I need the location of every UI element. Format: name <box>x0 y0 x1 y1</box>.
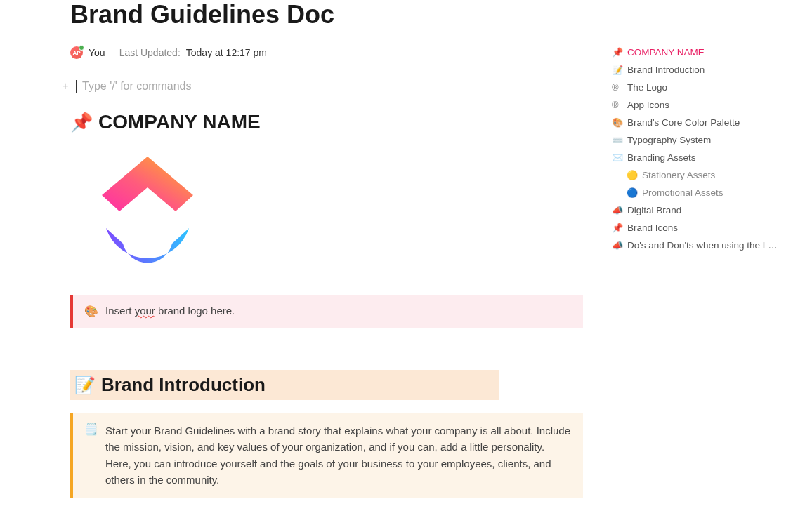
outline-item-1[interactable]: 📝Brand Introduction <box>612 61 801 79</box>
outline-item-label: Digital Brand <box>627 205 681 215</box>
outline-item-label: Brand Introduction <box>627 65 705 75</box>
outline-item-10[interactable]: 📌Brand Icons <box>612 219 801 237</box>
outline-item-6[interactable]: ✉️Branding Assets <box>612 149 801 166</box>
outline-item-icon: ✉️ <box>612 152 623 163</box>
main-content: Brand Guidelines Doc AP You Last Updated… <box>70 0 583 498</box>
outline-item-icon: ® <box>612 82 623 93</box>
logo-callout-text: Insert your brand logo here. <box>105 305 235 317</box>
outline-item-icon: 📌 <box>612 223 623 233</box>
author-avatar[interactable]: AP <box>70 46 83 59</box>
outline-item-9[interactable]: 📣Digital Brand <box>612 201 801 219</box>
outline-item-label: App Icons <box>627 100 669 110</box>
outline-item-icon: 📌 <box>612 47 623 58</box>
outline-item-label: Promotional Assets <box>642 187 723 198</box>
command-placeholder: Type '/' for commands <box>82 80 192 93</box>
outline-item-0[interactable]: 📌COMPANY NAME <box>612 44 801 61</box>
updated-time: Today at 12:17 pm <box>186 47 267 58</box>
outline-item-icon: 🔵 <box>627 187 638 198</box>
section-brand-intro-heading[interactable]: 📝 Brand Introduction <box>70 370 499 400</box>
outline-item-label: Stationery Assets <box>642 170 715 180</box>
pin-icon: 📌 <box>70 112 93 133</box>
outline-item-11[interactable]: 📣Do's and Don'ts when using the L… <box>612 237 801 254</box>
updated-label: Last Updated: <box>119 47 181 58</box>
outline-item-icon: 📣 <box>612 240 623 251</box>
outline-item-3[interactable]: ®App Icons <box>612 96 801 114</box>
logo-smile-icon <box>102 224 193 266</box>
outline-item-icon: 🎨 <box>612 117 623 128</box>
outline-item-7[interactable]: 🟡Stationery Assets <box>615 166 801 184</box>
outline-item-2[interactable]: ®The Logo <box>612 79 801 96</box>
outline-item-label: Brand Icons <box>627 223 678 233</box>
doc-title: Brand Guidelines Doc <box>70 0 583 29</box>
author-label: You <box>89 47 105 58</box>
plus-icon[interactable]: + <box>60 80 70 93</box>
notepad-icon: 🗒️ <box>84 423 98 436</box>
outline-item-label: Do's and Don'ts when using the L… <box>627 240 778 251</box>
outline-item-8[interactable]: 🔵Promotional Assets <box>615 184 801 201</box>
section-company-name-heading[interactable]: 📌 COMPANY NAME <box>70 111 583 133</box>
palette-icon: 🎨 <box>84 305 98 318</box>
outline-sidebar: 📌COMPANY NAME📝Brand Introduction®The Log… <box>612 44 801 254</box>
outline-item-4[interactable]: 🎨Brand's Core Color Palette <box>612 114 801 131</box>
outline-item-icon: 🟡 <box>627 170 638 180</box>
section-brand-intro-title: Brand Introduction <box>101 374 266 396</box>
outline-item-label: Typography System <box>627 135 711 145</box>
brand-intro-callout-text: Start your Brand Guidelines with a brand… <box>105 423 572 488</box>
outline-item-label: Brand's Core Color Palette <box>627 117 740 128</box>
outline-item-icon: ® <box>612 100 623 110</box>
outline-item-icon: 📝 <box>612 65 623 75</box>
command-input-row[interactable]: + Type '/' for commands <box>60 80 583 93</box>
memo-icon: 📝 <box>74 376 96 395</box>
outline-item-icon: 📣 <box>612 205 623 215</box>
text-cursor <box>76 80 77 93</box>
logo-arrow-icon <box>102 157 193 211</box>
section-company-name-title: COMPANY NAME <box>98 111 261 133</box>
brand-logo <box>98 152 197 271</box>
brand-intro-callout[interactable]: 🗒️ Start your Brand Guidelines with a br… <box>70 413 583 498</box>
doc-meta: AP You Last Updated: Today at 12:17 pm <box>70 46 583 59</box>
outline-item-label: The Logo <box>627 82 667 93</box>
logo-callout[interactable]: 🎨 Insert your brand logo here. <box>70 295 583 328</box>
outline-item-label: COMPANY NAME <box>627 47 705 58</box>
outline-item-icon: ⌨️ <box>612 135 623 145</box>
outline-item-label: Branding Assets <box>627 152 696 163</box>
outline-item-5[interactable]: ⌨️Typography System <box>612 131 801 149</box>
